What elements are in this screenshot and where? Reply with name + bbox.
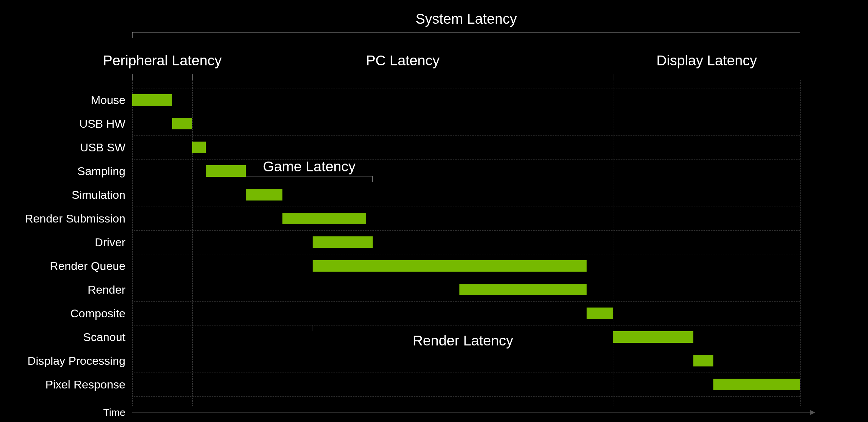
latency-bar (587, 308, 613, 319)
grid-hline (132, 254, 800, 254)
row-label: Pixel Response (45, 378, 125, 391)
grid-hline (132, 230, 800, 231)
grid-hline (132, 183, 800, 183)
subgroup-title: Game Latency (263, 159, 355, 175)
grid-vline (192, 80, 193, 406)
row-label: Composite (70, 307, 125, 320)
row-label: Sampling (77, 165, 125, 178)
grid-hline (132, 159, 800, 160)
latency-bar (713, 379, 800, 390)
latency-bar (172, 118, 192, 129)
latency-bar (282, 213, 366, 224)
group-title: PC Latency (366, 52, 439, 69)
latency-bar (313, 260, 587, 272)
grid-hline (132, 112, 800, 112)
row-label: Mouse (91, 93, 125, 107)
row-label: Simulation (72, 188, 125, 202)
grid-hline (132, 301, 800, 302)
subgroup-title: Render Latency (413, 333, 513, 349)
grid-hline (132, 278, 800, 278)
latency-bar (313, 236, 373, 248)
bracket-game (246, 176, 373, 182)
bracket-render (313, 325, 613, 331)
latency-bar (459, 284, 586, 295)
row-label: USB HW (79, 117, 125, 130)
latency-bar (192, 142, 205, 153)
row-label: Render Submission (25, 212, 125, 225)
latency-diagram: System LatencyPeripheral LatencyPC Laten… (0, 0, 868, 422)
group-title: Display Latency (656, 52, 757, 69)
grid-vline (800, 80, 801, 406)
row-label: Driver (95, 236, 125, 249)
bracket-group (613, 74, 800, 80)
latency-bar (613, 331, 693, 343)
title-system-latency: System Latency (416, 11, 517, 27)
row-label: Render Queue (50, 259, 125, 273)
group-title: Peripheral Latency (103, 52, 222, 69)
x-axis (132, 413, 810, 413)
grid-vline (132, 80, 133, 406)
x-axis-label: Time (103, 407, 125, 418)
row-label: USB SW (80, 141, 125, 154)
bracket-system (132, 32, 800, 38)
row-label: Render (87, 283, 125, 296)
latency-bar (132, 94, 172, 106)
grid-hline (132, 349, 800, 349)
bracket-group (192, 74, 613, 80)
grid-hline (132, 373, 800, 373)
latency-bar (246, 189, 282, 201)
row-label: Scanout (83, 331, 125, 344)
grid-hline (132, 207, 800, 207)
bracket-group (132, 74, 192, 80)
latency-bar (206, 165, 246, 177)
grid-hline (132, 135, 800, 136)
latency-bar (693, 355, 713, 366)
row-label: Display Processing (27, 354, 125, 367)
grid-vline (613, 80, 613, 406)
grid-hline (132, 88, 800, 88)
grid-hline (132, 396, 800, 397)
x-axis-arrow (810, 410, 815, 415)
